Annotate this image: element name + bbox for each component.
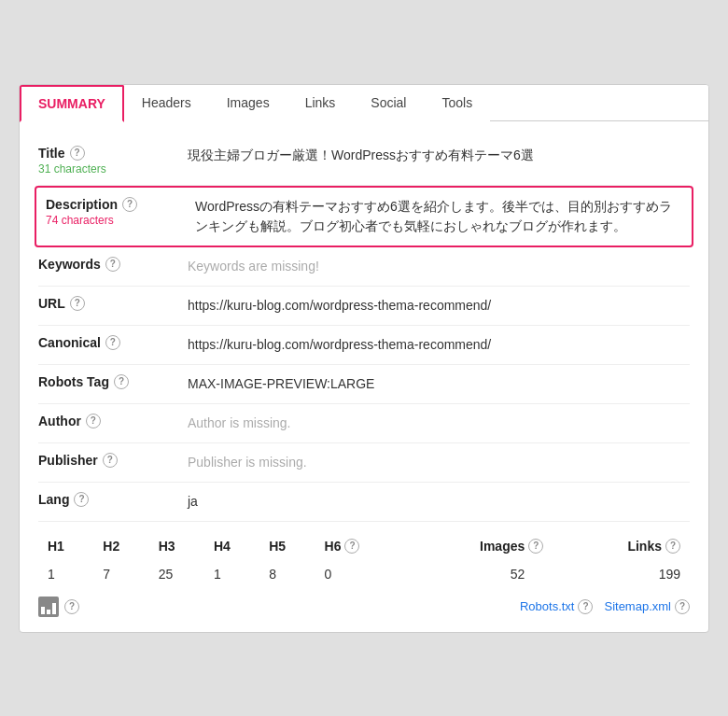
chart-bar-3 <box>52 603 56 614</box>
chart-bar-1 <box>41 607 45 614</box>
h2-header: H2 <box>95 533 148 559</box>
tab-images[interactable]: Images <box>209 85 287 121</box>
h6-value: 0 <box>317 561 402 587</box>
description-help-icon[interactable]: ? <box>122 197 137 212</box>
lang-value: ja <box>188 492 690 512</box>
tab-tools[interactable]: Tools <box>424 85 490 121</box>
keywords-value: Keywords are missing! <box>188 257 690 276</box>
canonical-row: Canonical ? https://kuru-blog.com/wordpr… <box>38 326 690 365</box>
url-help-icon[interactable]: ? <box>70 296 85 311</box>
chart-bar-2 <box>47 610 50 614</box>
publisher-label: Publisher ? <box>38 453 188 468</box>
robots-tag-row: Robots Tag ? MAX-IMAGE-PREVIEW:LARGE <box>38 365 690 404</box>
footer-left: ? <box>38 597 79 617</box>
keywords-label: Keywords ? <box>38 257 188 272</box>
h4-value: 1 <box>206 561 259 587</box>
lang-label: Lang ? <box>38 492 188 507</box>
footer-row: ? Robots.txt ? Sitemap.xml ? <box>38 589 690 617</box>
publisher-help-icon[interactable]: ? <box>103 453 118 468</box>
title-char-count: 31 characters <box>38 162 188 175</box>
links-header: Links ? <box>573 533 688 559</box>
canonical-value: https://kuru-blog.com/wordpress-thema-re… <box>188 335 690 355</box>
keywords-label-col: Keywords ? <box>38 257 188 272</box>
description-label: Description ? <box>46 197 195 212</box>
author-row: Author ? Author is missing. <box>38 404 690 443</box>
sitemap-xml-link[interactable]: Sitemap.xml ? <box>604 599 690 614</box>
title-row: Title ? 31 characters 現役主婦ブロガー厳選！WordPre… <box>38 136 690 186</box>
robots-tag-value: MAX-IMAGE-PREVIEW:LARGE <box>188 374 690 394</box>
links-help-icon[interactable]: ? <box>665 539 680 554</box>
title-help-icon[interactable]: ? <box>70 146 85 161</box>
title-label-col: Title ? 31 characters <box>38 146 188 175</box>
keywords-help-icon[interactable]: ? <box>105 257 120 272</box>
robots-tag-help-icon[interactable]: ? <box>114 374 129 389</box>
title-value: 現役主婦ブロガー厳選！WordPressおすすめ有料テーマ6選 <box>188 146 690 165</box>
author-label-col: Author ? <box>38 414 188 428</box>
tab-headers[interactable]: Headers <box>124 85 209 121</box>
tab-summary[interactable]: SUMMARY <box>20 85 124 122</box>
h3-value: 25 <box>151 561 204 587</box>
robots-txt-link[interactable]: Robots.txt ? <box>520 599 594 614</box>
author-help-icon[interactable]: ? <box>86 414 101 428</box>
chart-help-icon[interactable]: ? <box>64 599 79 614</box>
images-header: Robots.txt Images ? <box>404 533 572 559</box>
chart-icon[interactable] <box>38 597 59 617</box>
h1-header: H1 <box>40 533 93 559</box>
canonical-label-col: Canonical ? <box>38 335 188 350</box>
h5-header: H5 <box>261 533 315 559</box>
robots-txt-help-icon[interactable]: ? <box>578 599 593 614</box>
description-char-count: 74 characters <box>46 214 195 227</box>
links-value: 199 <box>573 561 688 587</box>
tab-links[interactable]: Links <box>287 85 354 121</box>
lang-help-icon[interactable]: ? <box>74 492 89 507</box>
tab-bar: SUMMARY Headers Images Links Social Tool… <box>20 85 708 121</box>
title-label: Title ? <box>38 146 188 161</box>
h1-value: 1 <box>40 561 93 587</box>
publisher-label-col: Publisher ? <box>38 453 188 468</box>
description-row: Description ? 74 characters WordPressの有料… <box>35 186 693 247</box>
h3-header: H3 <box>151 533 204 559</box>
url-label-col: URL ? <box>38 296 188 311</box>
images-value: 52 <box>404 561 572 587</box>
url-value: https://kuru-blog.com/wordpress-thema-re… <box>188 296 690 316</box>
robots-tag-label-col: Robots Tag ? <box>38 374 188 389</box>
author-label: Author ? <box>38 414 188 428</box>
h2-value: 7 <box>95 561 148 587</box>
h5-value: 8 <box>261 561 315 587</box>
publisher-row: Publisher ? Publisher is missing. <box>38 443 690 483</box>
tab-social[interactable]: Social <box>353 85 424 121</box>
h6-help-icon[interactable]: ? <box>344 539 359 554</box>
stats-table: H1 H2 H3 H4 H5 H6 ? Robots.txt Images ? <box>38 531 690 589</box>
seo-panel: SUMMARY Headers Images Links Social Tool… <box>19 84 709 633</box>
description-label-col: Description ? 74 characters <box>46 197 195 227</box>
h4-header: H4 <box>206 533 259 559</box>
h6-header: H6 ? <box>317 533 402 559</box>
images-help-icon[interactable]: ? <box>528 539 543 554</box>
footer-right: Robots.txt ? Sitemap.xml ? <box>520 599 690 614</box>
lang-label-col: Lang ? <box>38 492 188 507</box>
url-label: URL ? <box>38 296 188 311</box>
canonical-label: Canonical ? <box>38 335 188 350</box>
summary-content: Title ? 31 characters 現役主婦ブロガー厳選！WordPre… <box>20 121 708 632</box>
lang-row: Lang ? ja <box>38 483 690 522</box>
author-value: Author is missing. <box>188 414 690 433</box>
publisher-value: Publisher is missing. <box>188 453 690 472</box>
sitemap-help-icon[interactable]: ? <box>675 599 690 614</box>
robots-tag-label: Robots Tag ? <box>38 374 188 389</box>
url-row: URL ? https://kuru-blog.com/wordpress-th… <box>38 287 690 326</box>
keywords-row: Keywords ? Keywords are missing! <box>38 247 690 287</box>
canonical-help-icon[interactable]: ? <box>105 335 120 350</box>
description-value: WordPressの有料テーマおすすめ6選を紹介します。後半では、目的別おすすめ… <box>195 197 682 236</box>
